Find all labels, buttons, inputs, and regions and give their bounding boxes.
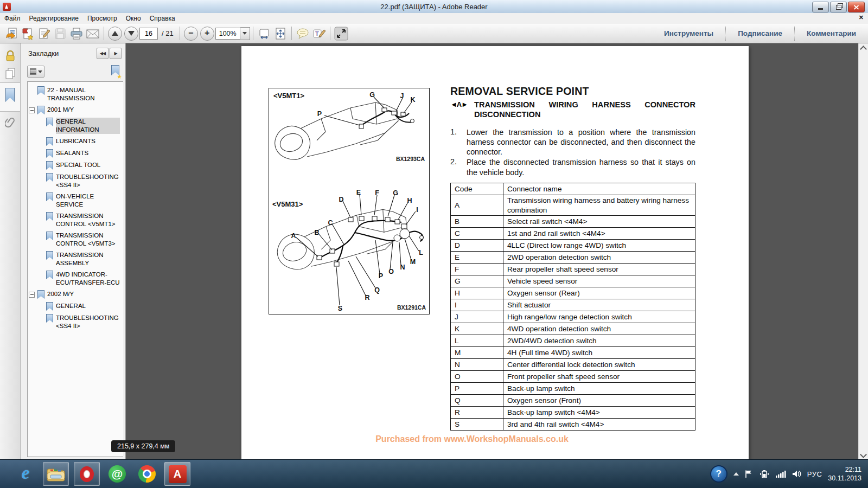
taskbar-button-internet-explorer[interactable]: e — [13, 463, 38, 485]
open-button[interactable] — [3, 26, 20, 41]
new-bookmark-button[interactable] — [111, 65, 119, 78]
bookmark-label: 4WD INDICATOR-ECU/TRANSFER-ECU — [56, 271, 120, 287]
table-row: HOxygen sensor (Rear) — [451, 287, 695, 299]
connector-code: C — [451, 228, 503, 240]
lock-icon — [5, 50, 16, 62]
fit-page-button[interactable] — [272, 26, 289, 41]
close-document-icon[interactable]: ✕ — [859, 14, 864, 21]
create-pdf-button[interactable] — [20, 26, 36, 41]
sign-button[interactable] — [36, 26, 52, 41]
connector-code: F — [451, 264, 503, 275]
bookmark-item[interactable]: ON-VEHICLE SERVICE — [28, 191, 123, 210]
fit-width-button[interactable] — [256, 26, 272, 41]
lock-button[interactable] — [0, 50, 20, 62]
network-icon[interactable] — [775, 470, 786, 478]
toolbar-tab-2[interactable]: Подписание — [726, 29, 794, 37]
flag-icon[interactable] — [745, 470, 754, 478]
print-button[interactable] — [68, 26, 85, 41]
close-button[interactable] — [848, 2, 865, 12]
bookmark-icon — [46, 314, 53, 323]
bookmark-item[interactable]: TROUBLESHOOTING <SS4 II> — [28, 171, 123, 191]
fullscreen-button[interactable] — [333, 26, 349, 41]
bookmark-item[interactable]: TRANSMISSION CONTROL <V5MT3> — [28, 230, 123, 249]
bookmark-item[interactable]: GENERAL INFORMATION — [28, 116, 123, 136]
taskbar-button-opera[interactable] — [74, 462, 100, 486]
bookmark-item[interactable]: TROUBLESHOOTING <SS4 II> — [28, 312, 123, 332]
email-button[interactable] — [85, 26, 101, 41]
volume-icon[interactable] — [792, 470, 801, 478]
double-left-chevron-icon: ◀◀ — [100, 51, 105, 56]
save-button[interactable] — [52, 26, 68, 41]
scroll-up-button[interactable] — [859, 43, 868, 52]
bookmark-item[interactable]: TRANSMISSION CONTROL <V5MT1> — [28, 210, 123, 230]
bookmarks-button[interactable] — [0, 88, 20, 102]
sticky-note-button[interactable] — [295, 26, 311, 41]
zoom-level-value[interactable]: 100% — [215, 28, 240, 40]
table-row: GVehicle speed sensor — [451, 275, 695, 287]
clock[interactable]: 22:11 30.11.2013 — [828, 465, 861, 483]
bookmark-item[interactable]: SEALANTS — [28, 147, 123, 159]
callout-label: H — [407, 197, 412, 204]
connector-code: K — [451, 323, 503, 335]
bookmark-item[interactable]: 2001 M/Y — [28, 104, 123, 116]
zoom-out-button[interactable]: − — [183, 26, 199, 41]
vertical-scrollbar[interactable] — [858, 43, 868, 460]
connector-name: 3rd and 4th rail switch <4M4> — [503, 419, 695, 431]
expander-minus-icon[interactable] — [29, 292, 35, 298]
bookmark-item[interactable]: TRANSMISSION ASSEMBLY — [28, 249, 123, 269]
toolbar-tab-1[interactable]: Инструменты — [652, 29, 725, 37]
zoom-dropdown-button[interactable] — [240, 27, 250, 40]
callout-label: G — [393, 189, 398, 197]
toolbar-tab-3[interactable]: Комментарии — [795, 29, 868, 37]
bookmark-item[interactable]: 22 - MANUAL TRANSMISSION — [28, 85, 123, 104]
taskbar-button-chrome[interactable] — [135, 463, 159, 485]
restore-button[interactable] — [830, 2, 847, 12]
menu-item-2[interactable]: Редактирование — [25, 14, 83, 23]
taskbar-button-adobe-reader[interactable]: A — [164, 462, 190, 486]
menu-bar: ФайлРедактированиеПросмотрОкноСправка✕ — [0, 13, 868, 24]
show-hidden-icons-button[interactable] — [733, 472, 739, 476]
expand-panel-button[interactable]: ▶ — [110, 48, 122, 59]
bookmark-item[interactable]: SPECIAL TOOL — [28, 159, 123, 171]
bookmark-item[interactable]: 4WD INDICATOR-ECU/TRANSFER-ECU — [28, 269, 123, 288]
next-page-button[interactable] — [123, 26, 139, 41]
pages-button[interactable] — [0, 67, 20, 80]
bookmark-item[interactable]: GENERAL — [28, 300, 123, 312]
menu-item-1[interactable]: Файл — [0, 14, 25, 23]
previous-page-button[interactable] — [107, 26, 123, 41]
zoom-in-button[interactable]: + — [199, 26, 215, 41]
sub-heading-text: TRANSMISSION WIRING HARNESS CONNECTOR DI… — [474, 100, 695, 120]
bookmark-item[interactable]: 2002 M/Y — [28, 288, 123, 300]
open-icon — [5, 27, 18, 40]
connector-name: Center differential lock detection switc… — [503, 359, 695, 371]
menu-item-3[interactable]: Просмотр — [83, 14, 122, 23]
bookmarks-options-button[interactable] — [27, 66, 44, 78]
taskbar-button-windows-explorer[interactable] — [43, 462, 69, 486]
attachments-button[interactable] — [0, 116, 20, 129]
text-edit-icon: T — [312, 28, 326, 40]
previous-page-icon — [112, 31, 118, 36]
expander-minus-icon[interactable] — [29, 107, 35, 113]
document-area[interactable]: <V5MT1> BX1293CA <V5M31> BX1291CA GJKPDE… — [126, 43, 859, 460]
connector-code: S — [451, 419, 503, 431]
page-number-input[interactable] — [139, 28, 158, 40]
language-indicator[interactable]: РУС — [807, 470, 822, 478]
menu-item-4[interactable]: Окно — [122, 14, 145, 23]
bookmark-icon — [46, 232, 53, 240]
connector-code: N — [451, 359, 503, 371]
taskbar-button-mail-agent[interactable]: @ — [105, 463, 130, 485]
title-bar: 22.pdf (ЗАЩИТА) - Adobe Reader — [0, 0, 868, 14]
power-icon[interactable] — [760, 470, 769, 478]
help-icon[interactable]: ? — [710, 465, 727, 483]
menu-item-5[interactable]: Справка — [145, 14, 180, 23]
text-edit-button[interactable]: T — [311, 26, 327, 41]
svg-text:T: T — [315, 30, 319, 37]
connector-code: D — [451, 240, 503, 252]
bookmarks-icon — [5, 88, 15, 102]
minimize-button[interactable] — [812, 2, 829, 12]
bookmark-item[interactable]: LUBRICANTS — [28, 136, 123, 147]
collapse-panel-button[interactable]: ◀◀ — [97, 48, 108, 59]
adobe-reader-icon: A — [169, 465, 187, 483]
scroll-down-button[interactable] — [859, 451, 868, 460]
callout-label: S — [338, 305, 342, 312]
